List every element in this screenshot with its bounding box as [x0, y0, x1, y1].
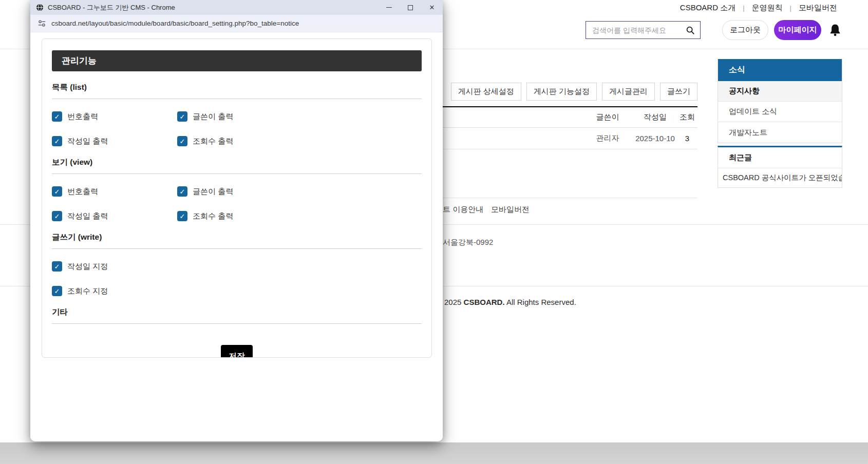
board-admin-buttons: 게시판 상세설정 게시판 기능설정 게시글관리 글쓰기 — [443, 83, 697, 101]
checkbox-checked[interactable]: ✓ — [52, 286, 62, 296]
check-icon: ✓ — [180, 138, 185, 145]
checkbox-write-date[interactable]: ✓ 작성일 지정 — [52, 261, 240, 272]
check-icon: ✓ — [180, 113, 185, 120]
section-list-label: 목록 (list) — [52, 82, 422, 93]
section-divider — [52, 99, 422, 99]
search-box[interactable] — [586, 21, 701, 39]
checkbox-list-views[interactable]: ✓ 조회수 출력 — [177, 136, 303, 146]
check-icon: ✓ — [180, 188, 185, 195]
check-icon: ✓ — [54, 138, 60, 145]
col-author: 글쓴이 — [582, 112, 633, 122]
checkbox-list-author[interactable]: ✓ 글쓴이 출력 — [177, 111, 303, 122]
checkbox-label: 조회수 출력 — [193, 211, 233, 221]
checkbox-view-author[interactable]: ✓ 글쓴이 출력 — [177, 186, 303, 197]
section-etc-label: 기타 — [52, 307, 422, 318]
save-area: 저장 — [52, 345, 422, 358]
section-view-label: 보기 (view) — [52, 157, 422, 168]
cell-views: 3 — [677, 134, 697, 143]
checkbox-checked[interactable]: ✓ — [52, 261, 62, 272]
checkbox-label: 번호출력 — [67, 112, 98, 122]
save-button[interactable]: 저장 — [221, 345, 253, 358]
popup-body: 관리기능 목록 (list) ✓ 번호출력 ✓ 글쓴이 출력 ✓ 작성일 — [30, 32, 443, 441]
footer-address: 서울강북-0992 — [443, 238, 493, 247]
col-views: 조회 — [677, 112, 697, 122]
maximize-icon — [408, 5, 413, 10]
section-list-checkboxes: ✓ 번호출력 ✓ 글쓴이 출력 ✓ 작성일 출력 ✓ 조회수 출력 — [52, 111, 422, 146]
popup-titlebar[interactable]: CSBOARD - 그누보드 기반 CMS - Chrome ✕ — [30, 0, 443, 15]
footer-link-guide[interactable]: 트 이용안내 — [443, 205, 483, 215]
popup-window-title: CSBOARD - 그누보드 기반 CMS - Chrome — [48, 3, 378, 12]
section-write-label: 글쓰기 (write) — [52, 232, 422, 243]
checkbox-view-views[interactable]: ✓ 조회수 출력 — [177, 211, 303, 221]
popup-window: CSBOARD - 그누보드 기반 CMS - Chrome ✕ csboard… — [30, 0, 443, 441]
sidebar-item-devnotes[interactable]: 개발자노트 — [718, 122, 842, 143]
check-icon: ✓ — [180, 213, 185, 220]
logout-button[interactable]: 로그아웃 — [722, 20, 768, 40]
checkbox-list-number[interactable]: ✓ 번호출력 — [52, 111, 177, 122]
checkbox-list-date[interactable]: ✓ 작성일 출력 — [52, 136, 177, 146]
checkbox-checked[interactable]: ✓ — [177, 186, 187, 197]
checkbox-checked[interactable]: ✓ — [177, 136, 187, 146]
sidebar-item-notice[interactable]: 공지사항 — [718, 81, 842, 102]
search-input[interactable] — [592, 26, 686, 34]
maximize-button[interactable] — [400, 0, 421, 15]
minimize-icon — [386, 7, 392, 8]
check-icon: ✓ — [54, 288, 60, 295]
cell-author: 관리자 — [582, 133, 633, 143]
section-divider — [52, 248, 422, 249]
minimize-button[interactable] — [378, 0, 400, 15]
write-button[interactable]: 글쓰기 — [660, 83, 697, 101]
checkbox-label: 작성일 출력 — [67, 211, 108, 221]
recent-posts-title: 최근글 — [718, 147, 842, 168]
board-function-settings-button[interactable]: 게시판 기능설정 — [526, 83, 597, 101]
sidebar-menu: 소식 공지사항 업데이트 소식 개발자노트 — [718, 59, 842, 143]
cell-date: 2025-10-10 — [633, 134, 677, 143]
checkbox-label: 조회수 지정 — [67, 286, 108, 296]
sidebar-item-updates[interactable]: 업데이트 소식 — [718, 102, 842, 122]
checkbox-label: 글쓴이 출력 — [193, 112, 233, 122]
check-icon: ✓ — [54, 263, 60, 270]
check-icon: ✓ — [54, 113, 60, 120]
section-divider — [52, 323, 422, 324]
mypage-button[interactable]: 마이페이지 — [774, 20, 821, 40]
board-detail-settings-button[interactable]: 게시판 상세설정 — [451, 83, 521, 101]
top-link-mobile[interactable]: 모바일버전 — [799, 3, 837, 13]
checkbox-write-views[interactable]: ✓ 조회수 지정 — [52, 286, 240, 296]
recent-post-link[interactable]: CSBOARD 공식사이트가 오픈되었습... — [718, 168, 842, 187]
footer-link-mobile[interactable]: 모바일버전 — [491, 205, 530, 215]
site-favicon-icon — [36, 4, 44, 11]
screen: CSBOARD 소개 | 운영원칙 | 모바일버전 로그아웃 마이페이지 게시판… — [0, 0, 868, 464]
section-write-checkboxes: ✓ 작성일 지정 ✓ 조회수 지정 — [52, 261, 422, 296]
checkbox-checked[interactable]: ✓ — [52, 211, 62, 221]
checkbox-label: 조회수 출력 — [193, 137, 233, 146]
page-bottom-strip — [0, 442, 868, 464]
top-link-about[interactable]: CSBOARD 소개 — [680, 3, 735, 13]
link-separator: | — [790, 4, 791, 12]
copyright-text: 2025 CSBOARD. All Rights Reserved. — [444, 298, 576, 306]
close-button[interactable]: ✕ — [421, 0, 443, 15]
post-manage-button[interactable]: 게시글관리 — [602, 83, 655, 101]
top-link-policy[interactable]: 운영원칙 — [752, 3, 783, 13]
checkbox-checked[interactable]: ✓ — [177, 111, 187, 122]
popup-url: csboard.net/layout/basic/module/board/ba… — [51, 20, 299, 27]
checkbox-label: 작성일 지정 — [67, 262, 108, 272]
link-separator: | — [743, 4, 744, 12]
check-icon: ✓ — [54, 188, 60, 195]
close-icon: ✕ — [429, 4, 435, 11]
col-date: 작성일 — [633, 112, 677, 122]
checkbox-label: 번호출력 — [67, 187, 98, 197]
checkbox-checked[interactable]: ✓ — [52, 111, 62, 122]
popup-urlbar[interactable]: csboard.net/layout/basic/module/board/ba… — [30, 15, 443, 32]
checkbox-view-number[interactable]: ✓ 번호출력 — [52, 186, 177, 197]
section-view-checkboxes: ✓ 번호출력 ✓ 글쓴이 출력 ✓ 작성일 출력 ✓ 조회수 출력 — [52, 186, 422, 221]
checkbox-checked[interactable]: ✓ — [52, 136, 62, 146]
site-settings-icon[interactable] — [37, 19, 46, 28]
recent-posts-box: 최근글 CSBOARD 공식사이트가 오픈되었습... — [718, 146, 842, 188]
sidebar-title: 소식 — [718, 59, 842, 81]
checkbox-checked[interactable]: ✓ — [177, 211, 187, 221]
search-icon[interactable] — [686, 26, 695, 35]
checkbox-checked[interactable]: ✓ — [52, 186, 62, 197]
checkbox-view-date[interactable]: ✓ 작성일 출력 — [52, 211, 177, 221]
check-icon: ✓ — [54, 213, 60, 220]
notification-bell-icon[interactable] — [828, 23, 842, 37]
